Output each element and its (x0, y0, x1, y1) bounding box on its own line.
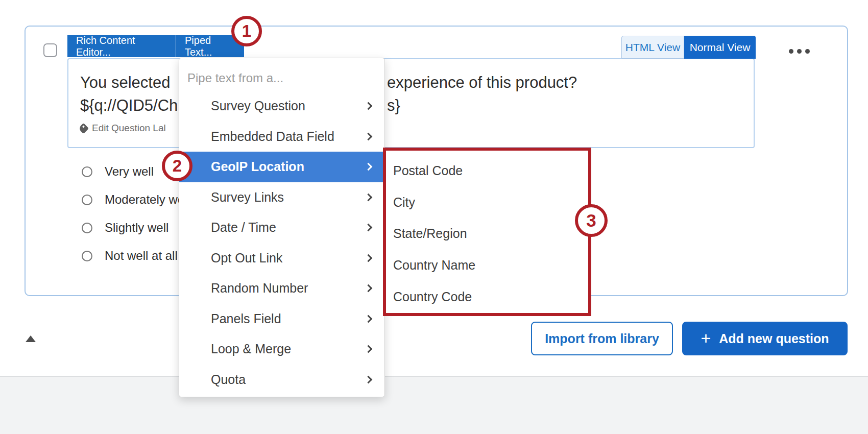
chevron-right-icon (365, 193, 373, 201)
menu-item-loop-merge[interactable]: Loop & Merge (179, 334, 384, 365)
annotation-circle-2: 2 (162, 151, 192, 181)
submenu-item-state-region[interactable]: State/Region (386, 218, 588, 250)
more-options-icon[interactable] (789, 49, 810, 54)
chevron-right-icon (365, 254, 373, 262)
normal-view-button[interactable]: Normal View (684, 36, 756, 59)
tag-icon (78, 123, 89, 133)
editor-toolbar: Rich Content Editor... Piped Text... (67, 35, 244, 57)
collapse-block-arrow-icon[interactable] (26, 335, 36, 342)
chevron-right-icon (365, 224, 373, 232)
menu-item-geoip-location[interactable]: GeoIP Location (179, 152, 384, 182)
menu-item-survey-question[interactable]: Survey Question (179, 91, 384, 122)
menu-item-label: Opt Out Link (211, 251, 282, 266)
choice-label: Very well (105, 164, 154, 179)
menu-item-panels-field[interactable]: Panels Field (179, 304, 384, 334)
menu-item-embedded-data-field[interactable]: Embedded Data Field (179, 122, 384, 152)
chevron-right-icon (365, 375, 373, 383)
add-new-question-label: Add new question (719, 331, 829, 346)
menu-item-label: Survey Question (211, 99, 305, 113)
chevron-right-icon (365, 102, 373, 110)
menu-item-label: Date / Time (211, 220, 276, 235)
geoip-submenu-annotated-box: Postal Code City State/Region Country Na… (383, 148, 591, 316)
add-new-question-button[interactable]: + Add new question (682, 322, 848, 355)
rich-content-editor-button[interactable]: Rich Content Editor... (67, 35, 176, 57)
submenu-item-country-name[interactable]: Country Name (386, 250, 588, 281)
menu-item-opt-out-link[interactable]: Opt Out Link (179, 243, 384, 274)
question-text-line1-right: experience of this product? (387, 74, 577, 92)
survey-editor-page: Add Block Rich Content Editor... Piped T… (0, 0, 868, 434)
radio-icon[interactable] (82, 251, 92, 261)
chevron-right-icon (365, 163, 373, 171)
choice-label: Moderately we (105, 192, 184, 207)
question-piped-code-right: s} (387, 97, 400, 115)
radio-icon[interactable] (82, 195, 92, 205)
menu-item-date-time[interactable]: Date / Time (179, 212, 384, 243)
radio-icon[interactable] (82, 166, 92, 177)
submenu-item-country-code[interactable]: Country Code (386, 281, 588, 312)
choice-label: Slightly well (105, 221, 168, 235)
choice-row-moderately-well[interactable]: Moderately we (82, 192, 184, 207)
edit-question-label-link[interactable]: Edit Question Lal (80, 123, 166, 134)
chevron-right-icon (365, 284, 373, 293)
radio-icon[interactable] (82, 223, 92, 233)
menu-item-label: Random Number (211, 281, 308, 296)
choice-row-very-well[interactable]: Very well (82, 164, 154, 179)
menu-item-random-number[interactable]: Random Number (179, 273, 384, 304)
annotation-circle-1: 1 (231, 16, 262, 46)
chevron-right-icon (365, 315, 373, 323)
page-footer-band (0, 376, 868, 434)
view-toggle: HTML View Normal View (621, 36, 756, 59)
menu-item-label: Loop & Merge (211, 342, 291, 356)
question-text-line1-left: You selected (80, 74, 170, 92)
annotation-circle-3: 3 (575, 204, 608, 237)
submenu-item-postal-code[interactable]: Postal Code (386, 155, 588, 187)
html-view-button[interactable]: HTML View (621, 36, 684, 59)
question-piped-code-left: ${q://QID5/Ch (80, 97, 178, 115)
menu-item-label: Panels Field (211, 311, 281, 326)
plus-icon: + (701, 329, 711, 347)
choice-label: Not well at all (105, 249, 178, 263)
menu-item-survey-links[interactable]: Survey Links (179, 182, 384, 213)
menu-item-label: Survey Links (211, 190, 284, 205)
question-select-checkbox[interactable] (43, 43, 57, 57)
import-from-library-button[interactable]: Import from library (531, 322, 673, 355)
menu-item-quota[interactable]: Quota (179, 365, 384, 395)
menu-item-label: GeoIP Location (211, 159, 304, 174)
edit-question-label-text: Edit Question Lal (92, 123, 166, 134)
chevron-right-icon (365, 345, 373, 353)
piped-text-menu: Pipe text from a... Survey Question Embe… (179, 58, 385, 397)
piped-text-menu-placeholder: Pipe text from a... (179, 65, 384, 91)
choice-row-not-well-at-all[interactable]: Not well at all (82, 249, 178, 263)
chevron-right-icon (365, 132, 373, 140)
menu-item-label: Embedded Data Field (211, 129, 334, 144)
menu-item-label: Quota (211, 372, 246, 387)
choice-row-slightly-well[interactable]: Slightly well (82, 221, 168, 235)
submenu-item-city[interactable]: City (386, 187, 588, 219)
